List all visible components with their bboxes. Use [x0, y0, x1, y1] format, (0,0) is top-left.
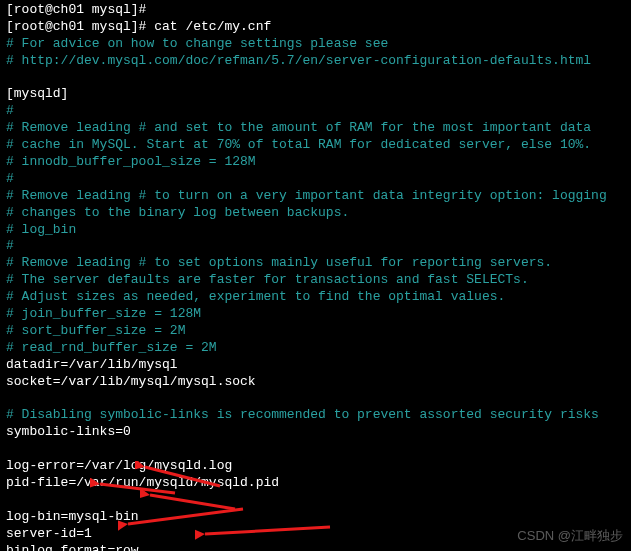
comment-line: # — [6, 171, 625, 188]
comment-line: # Disabling symbolic-links is recommende… — [6, 407, 625, 424]
partial-top-line: [root@ch01 mysql]# — [6, 2, 625, 19]
comment-line: # changes to the binary log between back… — [6, 205, 625, 222]
blank-line — [6, 70, 625, 87]
config-line: socket=/var/lib/mysql/mysql.sock — [6, 374, 625, 391]
config-line: pid-file=/var/run/mysqld/mysqld.pid — [6, 475, 625, 492]
comment-line: # log_bin — [6, 222, 625, 239]
comment-line: # innodb_buffer_pool_size = 128M — [6, 154, 625, 171]
prompt: [root@ch01 mysql]# — [6, 19, 154, 34]
blank-line — [6, 441, 625, 458]
comment-line: # join_buffer_size = 128M — [6, 306, 625, 323]
comment-line: # http://dev.mysql.com/doc/refman/5.7/en… — [6, 53, 625, 70]
comment-line: # Remove leading # to turn on a very imp… — [6, 188, 625, 205]
command-text: cat /etc/my.cnf — [154, 19, 271, 34]
comment-line: # The server defaults are faster for tra… — [6, 272, 625, 289]
config-line: datadir=/var/lib/mysql — [6, 357, 625, 374]
watermark-text: CSDN @江畔独步 — [517, 528, 623, 545]
blank-line — [6, 492, 625, 509]
section-header: [mysqld] — [6, 86, 625, 103]
blank-line — [6, 390, 625, 407]
comment-line: # Remove leading # to set options mainly… — [6, 255, 625, 272]
config-line: symbolic-links=0 — [6, 424, 625, 441]
config-line: log-error=/var/log/mysqld.log — [6, 458, 625, 475]
comment-line: # — [6, 238, 625, 255]
comment-line: # cache in MySQL. Start at 70% of total … — [6, 137, 625, 154]
comment-line: # Remove leading # and set to the amount… — [6, 120, 625, 137]
comment-line: # read_rnd_buffer_size = 2M — [6, 340, 625, 357]
comment-line: # sort_buffer_size = 2M — [6, 323, 625, 340]
command-line: [root@ch01 mysql]# cat /etc/my.cnf — [6, 19, 625, 36]
comment-line: # — [6, 103, 625, 120]
comment-line: # Adjust sizes as needed, experiment to … — [6, 289, 625, 306]
config-line-logbin: log-bin=mysql-bin — [6, 509, 625, 526]
comment-line: # For advice on how to change settings p… — [6, 36, 625, 53]
